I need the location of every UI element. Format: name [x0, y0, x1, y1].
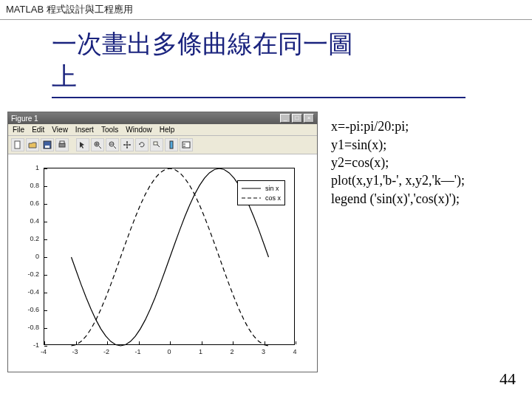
menu-edit[interactable]: Edit — [32, 126, 44, 134]
save-icon[interactable] — [41, 138, 54, 151]
y-tick-label: 0.2 — [13, 235, 39, 242]
x-tick-label: 3 — [262, 348, 265, 355]
title-line-2: 上 — [52, 60, 532, 92]
print-icon[interactable] — [55, 138, 69, 151]
matlab-figure-window: Figure 1 _ □ × File Edit View Insert Too… — [7, 112, 318, 372]
svg-rect-8 — [170, 141, 173, 149]
legend-icon[interactable] — [180, 138, 193, 151]
rotate-icon[interactable] — [135, 138, 149, 151]
svg-rect-7 — [154, 142, 157, 145]
figure-toolbar — [8, 136, 317, 154]
legend-row-sin: sin x — [242, 183, 281, 193]
menu-window[interactable]: Window — [126, 126, 152, 134]
window-max-button[interactable]: □ — [292, 114, 302, 123]
title-line-1: 一次畫出多條曲線在同一圖 — [52, 27, 532, 60]
svg-rect-0 — [15, 141, 20, 149]
zoom-in-icon[interactable] — [91, 138, 104, 151]
window-close-button[interactable]: × — [304, 114, 314, 123]
y-tick-label: 0.8 — [13, 182, 39, 189]
x-tick-label: 1 — [199, 348, 202, 355]
code-line-2: y1=sin(x); — [331, 136, 465, 154]
x-tick-label: -1 — [134, 348, 140, 355]
slide-title: 一次畫出多條曲線在同一圖 上 — [0, 20, 532, 92]
code-listing: x=-pi:pi/20:pi; y1=sin(x); y2=cos(x); pl… — [331, 112, 465, 207]
y-tick-label: 0.6 — [13, 200, 39, 207]
pan-icon[interactable] — [120, 138, 134, 151]
zoom-out-icon[interactable] — [106, 138, 119, 151]
chart-axes-box: sin x cos x — [44, 168, 295, 345]
y-tick-label: -0.6 — [13, 306, 39, 313]
open-icon[interactable] — [26, 138, 39, 151]
x-tick-label: -2 — [103, 348, 109, 355]
page-number: 44 — [499, 369, 516, 389]
arrow-icon[interactable] — [76, 138, 89, 151]
legend-sample-dash — [242, 194, 261, 202]
menu-help[interactable]: Help — [160, 126, 175, 134]
y-tick-label: -0.8 — [13, 324, 39, 331]
x-tick-label: -4 — [41, 348, 47, 355]
legend-sample-solid — [242, 185, 261, 192]
colorbar-icon[interactable] — [165, 138, 178, 151]
menu-file[interactable]: File — [13, 126, 24, 134]
x-tick-label: -3 — [72, 348, 78, 355]
window-min-button[interactable]: _ — [280, 114, 290, 123]
course-header: MATLAB 程式設計與工程應用 — [0, 0, 532, 20]
menu-insert[interactable]: Insert — [75, 126, 94, 134]
chart-legend: sin x cos x — [237, 180, 285, 205]
svg-rect-3 — [59, 143, 65, 147]
menu-tools[interactable]: Tools — [101, 126, 118, 134]
figure-titlebar: Figure 1 _ □ × — [8, 112, 317, 124]
menu-view[interactable]: View — [52, 126, 68, 134]
x-tick-label: 4 — [293, 348, 296, 355]
x-tick-label: 2 — [230, 348, 233, 355]
legend-label-cos: cos x — [265, 194, 281, 202]
legend-label-sin: sin x — [265, 185, 279, 192]
y-tick-label: -0.4 — [13, 288, 39, 296]
y-tick-label: 0 — [13, 253, 39, 260]
svg-rect-4 — [60, 141, 64, 143]
code-line-5: legend ('sin(x)','cos(x)'); — [331, 190, 465, 208]
code-line-4: plot(x,y1,'b-', x,y2,'k—'); — [331, 171, 465, 189]
y-tick-label: -0.2 — [13, 270, 39, 278]
svg-rect-2 — [45, 146, 50, 148]
figure-title-text: Figure 1 — [11, 115, 38, 123]
chart: sin x cos x -1-0.8-0.6-0.4-0.200.20.40.6… — [13, 160, 308, 367]
y-tick-label: -1 — [13, 341, 39, 349]
x-tick-label: 0 — [167, 348, 171, 355]
y-tick-label: 1 — [13, 164, 39, 171]
svg-rect-9 — [183, 142, 190, 148]
y-tick-label: 0.4 — [13, 217, 39, 225]
figure-menubar: File Edit View Insert Tools Window Help — [8, 124, 317, 136]
code-line-1: x=-pi:pi/20:pi; — [331, 117, 465, 135]
code-line-3: y2=cos(x); — [331, 154, 465, 171]
data-cursor-icon[interactable] — [150, 138, 163, 151]
legend-row-cos: cos x — [242, 193, 281, 202]
new-icon[interactable] — [11, 138, 24, 151]
figure-plot-area: sin x cos x -1-0.8-0.6-0.4-0.200.20.40.6… — [8, 154, 317, 372]
